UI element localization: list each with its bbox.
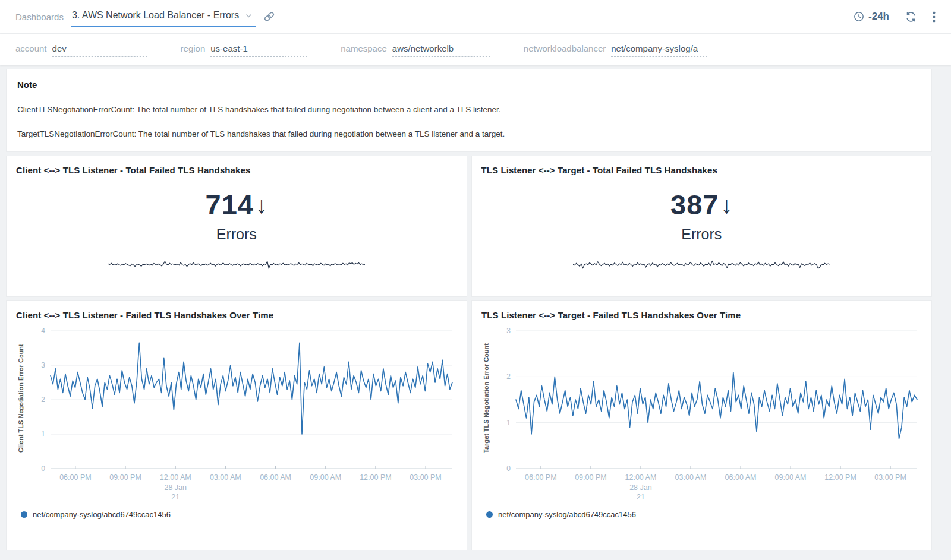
sparkline [573, 260, 830, 273]
share-link-icon[interactable] [263, 11, 275, 23]
y-axis-label: Client TLS Negotiation Error Count [16, 326, 26, 471]
chevron-down-icon [245, 12, 253, 20]
svg-text:12:00 AM: 12:00 AM [625, 473, 657, 482]
note-line-client: ClientTLSNegotiationErrorCount: The tota… [17, 105, 921, 114]
time-range-label: -24h [868, 11, 889, 23]
filter-networkloadbalancer-value[interactable]: net/company-syslog/a [611, 43, 707, 57]
refresh-button[interactable] [905, 11, 917, 23]
svg-text:4: 4 [41, 327, 45, 335]
svg-text:09:00 PM: 09:00 PM [109, 473, 141, 482]
svg-text:09:00 AM: 09:00 AM [775, 473, 807, 482]
note-title: Note [17, 80, 921, 90]
trend-down-arrow-icon: ↓ [256, 192, 267, 219]
svg-text:12:00 AM: 12:00 AM [160, 473, 191, 482]
filter-region: region us-east-1 [181, 43, 308, 57]
svg-text:09:00 PM: 09:00 PM [575, 473, 607, 482]
svg-text:03:00 PM: 03:00 PM [410, 473, 442, 482]
filter-region-label: region [181, 43, 206, 53]
svg-text:28 Jan: 28 Jan [164, 483, 187, 492]
svg-text:03:00 PM: 03:00 PM [874, 473, 906, 482]
svg-text:06:00 PM: 06:00 PM [59, 473, 92, 482]
breadcrumb[interactable]: Dashboards [15, 12, 64, 22]
svg-text:1: 1 [41, 430, 45, 438]
filter-account: account dev [15, 43, 147, 57]
kebab-menu-button[interactable] [933, 11, 936, 23]
chart-panel-client-listener: Client <--> TLS Listener - Failed TLS Ha… [6, 300, 467, 550]
filter-namespace: namespace aws/networkelb [341, 43, 490, 57]
svg-text:2: 2 [41, 396, 45, 404]
page-title: 3. AWS Network Load Balancer - Errors [72, 10, 239, 21]
svg-text:0: 0 [506, 464, 511, 473]
stat-value: 714 [206, 188, 254, 221]
stat-panel-listener-target: TLS Listener <--> Target - Total Failed … [471, 156, 933, 297]
chart-title: Client <--> TLS Listener - Failed TLS Ha… [16, 310, 457, 320]
svg-text:2: 2 [506, 372, 511, 381]
chart-canvas[interactable]: 0123406:00 PM09:00 PM12:00 AM28 Jan2103:… [26, 325, 457, 504]
legend-item[interactable]: net/company-syslog/abcd6749ccac1456 [16, 510, 457, 519]
legend-item[interactable]: net/company-syslog/abcd6749ccac1456 [481, 510, 922, 519]
legend-color-dot [21, 511, 27, 518]
note-panel: Note ClientTLSNegotiationErrorCount: The… [6, 69, 932, 152]
svg-text:03:00 AM: 03:00 AM [210, 473, 241, 482]
clock-icon [854, 11, 864, 22]
sparkline [108, 260, 365, 273]
filter-account-label: account [15, 43, 47, 53]
legend-series-name: net/company-syslog/abcd6749ccac1456 [498, 510, 636, 519]
svg-text:1: 1 [506, 419, 511, 427]
svg-text:06:00 AM: 06:00 AM [725, 473, 757, 482]
svg-text:03:00 AM: 03:00 AM [675, 473, 707, 482]
svg-text:28 Jan: 28 Jan [629, 483, 652, 492]
svg-text:06:00 PM: 06:00 PM [525, 473, 557, 482]
trend-down-arrow-icon: ↓ [720, 192, 732, 219]
svg-text:12:00 PM: 12:00 PM [824, 473, 856, 482]
filter-namespace-value[interactable]: aws/networkelb [392, 43, 490, 57]
time-range-button[interactable]: -24h [854, 11, 889, 23]
svg-text:0: 0 [41, 464, 45, 473]
legend-color-dot [486, 511, 493, 518]
filter-networkloadbalancer: networkloadbalancer net/company-syslog/a [524, 43, 707, 57]
svg-text:21: 21 [637, 493, 645, 501]
filter-account-value[interactable]: dev [52, 43, 147, 57]
note-line-target: TargetTLSNegotiationErrorCount: The tota… [17, 129, 921, 138]
filter-networkloadbalancer-label: networkloadbalancer [524, 43, 606, 53]
stat-unit-label: Errors [681, 226, 722, 243]
stat-unit-label: Errors [216, 226, 257, 243]
svg-text:06:00 AM: 06:00 AM [260, 473, 291, 482]
svg-text:21: 21 [171, 493, 180, 501]
dashboard-title-select[interactable]: 3. AWS Network Load Balancer - Errors [71, 7, 256, 27]
stat-panel-title: TLS Listener <--> Target - Total Failed … [481, 165, 922, 175]
legend-series-name: net/company-syslog/abcd6749ccac1456 [33, 510, 171, 519]
stat-panel-client-listener: Client <--> TLS Listener - Total Failed … [6, 156, 467, 297]
svg-text:09:00 AM: 09:00 AM [310, 473, 341, 482]
filter-bar: account dev region us-east-1 namespace a… [0, 34, 951, 65]
y-axis-label: Target TLS Negotiation Error Count [481, 326, 491, 471]
svg-text:3: 3 [41, 361, 45, 369]
chart-panel-listener-target: TLS Listener <--> Target - Failed TLS Ha… [471, 300, 932, 550]
svg-text:3: 3 [506, 327, 511, 335]
filter-region-value[interactable]: us-east-1 [210, 43, 307, 57]
stat-value: 387 [670, 188, 719, 221]
chart-canvas[interactable]: 012306:00 PM09:00 PM12:00 AM28 Jan2103:0… [491, 325, 922, 504]
chart-title: TLS Listener <--> Target - Failed TLS Ha… [481, 310, 922, 320]
stat-panel-title: Client <--> TLS Listener - Total Failed … [16, 165, 457, 175]
svg-text:12:00 PM: 12:00 PM [360, 473, 392, 482]
filter-namespace-label: namespace [341, 43, 387, 53]
dashboard-content: Note ClientTLSNegotiationErrorCount: The… [0, 65, 951, 555]
top-bar: Dashboards 3. AWS Network Load Balancer … [0, 0, 951, 34]
